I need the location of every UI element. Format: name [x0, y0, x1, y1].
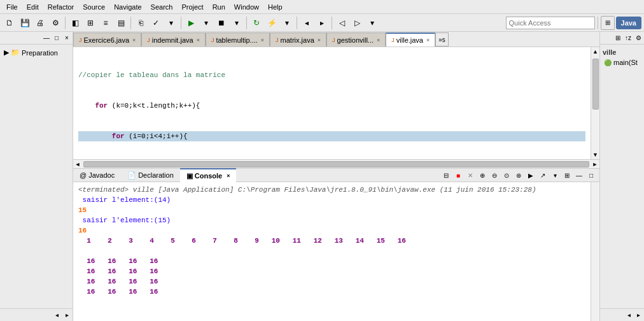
new-button[interactable]: 🗋 — [3, 16, 17, 30]
console-line-5: 1 2 3 4 5 6 7 8 9 10 11 12 13 14 15 16 — [78, 236, 585, 246]
toolbar-btn-8[interactable]: ▾ — [164, 16, 178, 30]
tab-gestionvill[interactable]: J gestionvill... × — [326, 32, 386, 46]
console-tool-8[interactable]: ▾ — [549, 169, 561, 181]
editor-scrollbar-v[interactable]: ▲ ▼ — [591, 47, 599, 159]
toolbar-btn-5[interactable]: ▤ — [114, 16, 128, 30]
console-output[interactable]: <terminated> ville [Java Application] C:… — [73, 182, 591, 321]
menu-source[interactable]: Source — [79, 2, 109, 12]
scroll-down-arrow[interactable]: ▼ — [591, 150, 600, 159]
tab-matrix[interactable]: J matrix.java × — [270, 32, 326, 46]
console-tool-4[interactable]: ⊙ — [501, 169, 512, 181]
scroll-up-arrow[interactable]: ▲ — [591, 47, 600, 56]
panel-nav-right[interactable]: ▸ — [62, 311, 71, 320]
tab-ville[interactable]: J ville.java × — [386, 32, 435, 46]
run-btn[interactable]: ▶ — [184, 16, 198, 30]
right-panel-btn1[interactable]: ⊞ — [613, 34, 622, 43]
toolbar-btn-10[interactable]: ▾ — [230, 16, 244, 30]
toolbar-sep-2 — [130, 17, 131, 29]
tab-icon-indemnit: J — [147, 37, 150, 43]
scroll-thumb[interactable] — [592, 59, 599, 110]
console-scrollbar[interactable] — [591, 182, 599, 321]
console-stop2[interactable]: ✕ — [465, 169, 476, 181]
right-panel-btn3[interactable]: ⚙ — [634, 34, 643, 43]
console-tool-9[interactable]: ⊞ — [561, 169, 573, 181]
console-line-1: saisir l'element:(14) — [78, 195, 585, 205]
hscroll-left-arrow[interactable]: ◄ — [73, 160, 82, 169]
toolbar-btn-7[interactable]: ✓ — [149, 16, 163, 30]
tab-close-ville[interactable]: × — [426, 37, 430, 43]
run-drop-btn[interactable]: ▾ — [199, 16, 213, 30]
menu-project[interactable]: Project — [178, 2, 207, 12]
menu-window[interactable]: Window — [230, 2, 263, 12]
toolbar-btn-13[interactable]: ◂ — [300, 16, 314, 30]
tree-expand-icon: ▶ — [4, 48, 9, 57]
tab-indemnit[interactable]: J indemnit.java × — [141, 32, 206, 46]
tab-label-declaration: Declaration — [138, 171, 174, 179]
tab-icon-gestionvill: J — [332, 37, 335, 43]
menu-navigate[interactable]: Navigate — [110, 2, 145, 12]
toolbar-btn-6[interactable]: ⎗ — [134, 16, 148, 30]
console-close-icon[interactable]: × — [227, 173, 230, 179]
console-tool-2[interactable]: ⊕ — [477, 169, 488, 181]
toolbar-btn-2[interactable]: ◧ — [68, 16, 82, 30]
console-tool-7[interactable]: ↗ — [537, 169, 549, 181]
tab-declaration[interactable]: 📄 Declaration — [121, 168, 180, 182]
console-stop[interactable]: ■ — [452, 169, 464, 181]
tab-close-indemnit[interactable]: × — [197, 37, 200, 43]
menu-run[interactable]: Run — [209, 2, 229, 12]
console-row-3: 16 16 16 16 — [78, 276, 585, 287]
tab-overflow[interactable]: »s — [435, 32, 449, 46]
tab-close-matrix[interactable]: × — [318, 37, 321, 43]
refresh-btn[interactable]: ↻ — [249, 16, 263, 30]
toolbar-btn-17[interactable]: ▾ — [365, 16, 379, 30]
panel-minimize[interactable]: — — [42, 34, 51, 43]
console-row-2: 16 16 16 16 — [78, 266, 585, 276]
tree-item-preparation[interactable]: ▶ 📁 Preparation — [3, 47, 70, 58]
save-button[interactable]: 💾 — [18, 16, 32, 30]
console-tool-3[interactable]: ⊖ — [489, 169, 500, 181]
toolbar-btn-15[interactable]: ◁ — [335, 16, 349, 30]
editor-hscroll[interactable]: ◄ ► — [73, 159, 599, 168]
extra-btn1[interactable]: ⚙ — [48, 16, 62, 30]
panel-nav-left[interactable]: ◂ — [52, 311, 61, 320]
print-button[interactable]: 🖨 — [33, 16, 47, 30]
panel-maximize[interactable]: □ — [52, 34, 61, 43]
toolbar-btn-4[interactable]: ≡ — [99, 16, 113, 30]
menu-edit[interactable]: Edit — [23, 2, 43, 12]
perspective-btn[interactable]: ⊞ — [601, 16, 615, 30]
console-maximize[interactable]: □ — [585, 169, 597, 181]
toolbar-btn-3[interactable]: ⊞ — [83, 16, 97, 30]
console-minimize[interactable]: — — [573, 169, 585, 181]
toolbar-btn-9[interactable]: ⏹ — [214, 16, 228, 30]
menu-help[interactable]: Help — [264, 2, 286, 12]
tab-console[interactable]: ▣ Console × — [180, 168, 237, 182]
right-nav-right[interactable]: ▸ — [634, 311, 643, 320]
code-area[interactable]: //copier le tableau dans la matrice for … — [73, 47, 591, 159]
toolbar-btn-14[interactable]: ▸ — [315, 16, 329, 30]
tab-javadoc[interactable]: @ Javadoc — [73, 168, 121, 182]
right-item-main[interactable]: 🟢 main(St — [603, 57, 641, 68]
toolbar-btn-12[interactable]: ▾ — [280, 16, 294, 30]
toolbar-btn-16[interactable]: ▷ — [350, 16, 364, 30]
tab-close-exercice6[interactable]: × — [132, 37, 136, 43]
hscroll-thumb[interactable] — [83, 161, 589, 168]
console-tool-6[interactable]: ▶ — [525, 169, 536, 181]
tab-close-gestionvill[interactable]: × — [377, 37, 380, 43]
panel-close[interactable]: × — [62, 34, 71, 43]
editor-content: //copier le tableau dans la matrice for … — [73, 47, 599, 159]
tab-close-tablemultip[interactable]: × — [261, 37, 264, 43]
menu-search[interactable]: Search — [147, 2, 177, 12]
panel-tree: ▶ 📁 Preparation — [0, 45, 73, 308]
console-tool-1[interactable]: ⊟ — [440, 169, 452, 181]
quick-access-input[interactable] — [506, 17, 595, 29]
toolbar-btn-11[interactable]: ⚡ — [265, 16, 279, 30]
right-panel-btn2[interactable]: ↑z — [624, 34, 633, 43]
right-nav-left[interactable]: ◂ — [624, 311, 633, 320]
menu-refactor[interactable]: Refactor — [44, 2, 78, 12]
console-tool-5[interactable]: ⊛ — [513, 169, 524, 181]
tab-tablemultip[interactable]: J tablemultip.... × — [206, 32, 270, 46]
toolbar: 🗋 💾 🖨 ⚙ ◧ ⊞ ≡ ▤ ⎗ ✓ ▾ ▶ ▾ ⏹ ▾ ↻ ⚡ ▾ ◂ ▸ … — [0, 14, 644, 32]
menu-file[interactable]: File — [3, 2, 22, 12]
hscroll-right-arrow[interactable]: ► — [591, 160, 599, 169]
tab-exercice6[interactable]: J Exercice6.java × — [73, 32, 141, 46]
